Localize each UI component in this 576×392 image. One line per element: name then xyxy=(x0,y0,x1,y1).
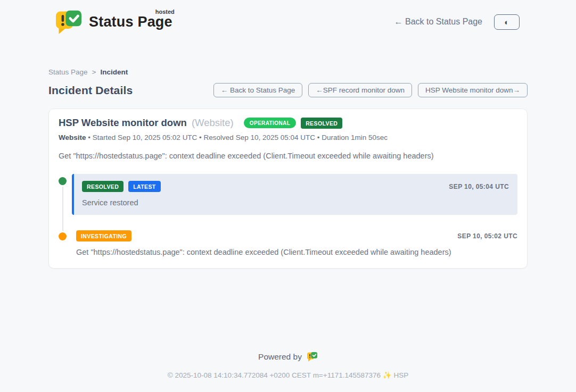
operational-status-badge: OPERATIONAL xyxy=(244,118,296,128)
status-page-mini-logo-icon xyxy=(307,352,318,362)
resolved-state-badge: RESOLVED xyxy=(301,118,342,129)
theme-toggle-button[interactable]: ◐ xyxy=(494,14,520,30)
incident-meta: Website • Started Sep 10, 2025 05:02 UTC… xyxy=(59,134,517,141)
latest-badge: LATEST xyxy=(128,181,160,192)
page-footer: Powered by © 2025-10-08 14:10:34.772084 … xyxy=(0,352,576,392)
timeline-entry-investigating: INVESTIGATING SEP 10, 05:02 UTC Get "htt… xyxy=(59,229,517,256)
brand[interactable]: Status Page hosted xyxy=(55,9,172,35)
timeline-timestamp: SEP 10, 05:04 UTC xyxy=(449,183,509,190)
top-header: Status Page hosted ← Back to Status Page… xyxy=(40,0,536,40)
incident-meta-details: • Started Sep 10, 2025 05:02 UTC • Resol… xyxy=(86,134,388,141)
page-title: Incident Details xyxy=(48,84,133,97)
incident-title: HSP Website monitor down xyxy=(59,117,187,129)
header-back-link[interactable]: ← Back to Status Page xyxy=(394,17,482,27)
header-actions: ← Back to Status Page ◐ xyxy=(394,14,520,30)
timeline-message: Service restored xyxy=(82,198,509,207)
timeline-entry-highlight: RESOLVED LATEST SEP 10, 05:04 UTC Servic… xyxy=(72,174,517,215)
incident-card: HSP Website monitor down (Website) OPERA… xyxy=(48,109,528,269)
main-content: Status Page > Incident Incident Details … xyxy=(48,40,528,269)
logo-text: Status Page hosted xyxy=(89,14,172,30)
timeline-entry-badges: RESOLVED LATEST xyxy=(82,181,161,192)
incident-timeline: RESOLVED LATEST SEP 10, 05:04 UTC Servic… xyxy=(59,174,517,256)
timeline-entry-resolved: RESOLVED LATEST SEP 10, 05:04 UTC Servic… xyxy=(59,174,517,215)
green-dot-icon xyxy=(59,177,67,185)
timeline-message: Get "https://hostedstatus.page": context… xyxy=(76,248,517,256)
powered-by-label: Powered by xyxy=(258,352,302,362)
breadcrumb-incident: Incident xyxy=(100,68,128,76)
back-to-status-page-button[interactable]: ← Back to Status Page xyxy=(213,83,303,97)
timeline-entry-head: RESOLVED LATEST SEP 10, 05:04 UTC xyxy=(82,181,509,192)
sparkles-icon: ✨ xyxy=(383,371,392,379)
orange-dot-icon xyxy=(59,232,67,240)
incident-card-header: HSP Website monitor down (Website) OPERA… xyxy=(59,117,517,129)
half-circle-icon: ◐ xyxy=(504,18,509,26)
copyright-text: © 2025-10-08 14:10:34.772084 +0200 CEST … xyxy=(168,371,381,379)
resolved-badge: RESOLVED xyxy=(82,181,124,192)
status-page-logo-icon xyxy=(55,9,83,35)
timeline-entry-head: INVESTIGATING SEP 10, 05:02 UTC xyxy=(76,230,517,241)
copyright-suffix: HSP xyxy=(393,371,408,379)
timeline-entry-badges: INVESTIGATING xyxy=(76,230,131,241)
powered-by-link[interactable]: Powered by xyxy=(258,352,318,362)
monitor-name: Website xyxy=(59,134,86,141)
incident-subtitle: (Website) xyxy=(192,117,234,129)
incident-description: Get "https://hostedstatus.page": context… xyxy=(59,152,517,160)
incident-nav-buttons: ← Back to Status Page ←SPF record monito… xyxy=(213,83,528,97)
hosted-badge: hosted xyxy=(155,9,175,15)
breadcrumb: Status Page > Incident xyxy=(48,68,528,76)
breadcrumb-status-page[interactable]: Status Page xyxy=(48,68,88,76)
investigating-badge: INVESTIGATING xyxy=(76,230,131,241)
timeline-timestamp: SEP 10, 05:02 UTC xyxy=(457,232,517,240)
timeline-entry-plain: INVESTIGATING SEP 10, 05:02 UTC Get "htt… xyxy=(72,229,517,256)
breadcrumb-separator: > xyxy=(92,68,96,76)
prev-incident-button[interactable]: ←SPF record monitor down xyxy=(308,83,412,97)
copyright-line: © 2025-10-08 14:10:34.772084 +0200 CEST … xyxy=(0,371,576,379)
next-incident-button[interactable]: HSP Website monitor down→ xyxy=(418,83,528,97)
title-row: Incident Details ← Back to Status Page ←… xyxy=(48,83,528,97)
